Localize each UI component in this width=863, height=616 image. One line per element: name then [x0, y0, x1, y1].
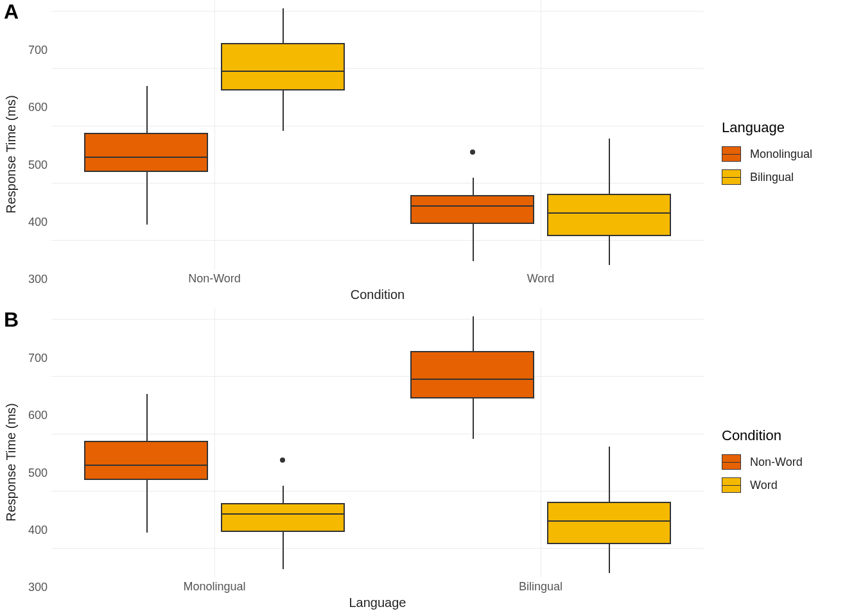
y-tick-label: 500: [28, 466, 48, 479]
plot-area-b: [51, 308, 704, 578]
x-tick-label: Word: [527, 272, 555, 286]
whisker: [473, 398, 474, 439]
gridline-h: [51, 434, 704, 434]
gridline-h: [51, 548, 704, 549]
whisker: [283, 532, 284, 569]
x-axis-title: Language: [51, 595, 704, 616]
panel-b: B Response Time (ms) 300400500600700 Mon…: [0, 308, 863, 616]
box: [84, 133, 208, 172]
legend-item: Monolingual: [722, 146, 863, 162]
outlier-point: [280, 458, 285, 463]
box: [410, 351, 534, 398]
whisker: [283, 486, 284, 503]
gridline-h: [51, 240, 704, 241]
whisker: [146, 394, 148, 441]
gridline-h: [51, 491, 704, 492]
y-tick-label: 300: [28, 581, 48, 594]
gridline-h: [51, 183, 704, 184]
box: [547, 502, 671, 544]
legend-label: Monolingual: [750, 148, 812, 161]
median-line: [222, 513, 344, 515]
legend-b: Condition Non-Word Word: [709, 308, 863, 616]
plot-column: Non-WordWord Condition: [51, 0, 709, 308]
whisker: [473, 224, 474, 261]
panel-tag-a: A: [4, 0, 19, 24]
y-axis-title: Response Time (ms): [0, 308, 22, 616]
legend-swatch-icon: [722, 477, 741, 493]
median-line: [548, 520, 670, 522]
gridline-h: [51, 11, 704, 12]
legend-a: Language Monolingual Bilingual: [709, 0, 863, 308]
whisker: [146, 86, 148, 133]
whisker: [283, 8, 284, 44]
legend-label: Word: [750, 479, 778, 492]
whisker: [146, 172, 148, 225]
y-axis-ticks: 300400500600700: [22, 0, 51, 308]
whisker: [609, 139, 610, 194]
gridline-h: [51, 319, 704, 320]
legend-swatch-icon: [722, 169, 741, 185]
gridline-v: [541, 0, 541, 270]
legend-label: Non-Word: [750, 456, 803, 469]
median-line: [412, 379, 533, 380]
panel-tag-b: B: [4, 308, 19, 332]
median-line: [412, 205, 533, 207]
legend-item: Bilingual: [722, 169, 863, 185]
whisker: [473, 178, 474, 195]
y-tick-label: 600: [28, 101, 48, 114]
figure: A Response Time (ms) 300400500600700 Non…: [0, 0, 863, 616]
x-tick-label: Bilingual: [519, 580, 562, 594]
gridline-h: [51, 68, 704, 69]
y-axis-label: Response Time (ms): [4, 403, 19, 522]
y-axis-ticks: 300400500600700: [22, 308, 51, 616]
legend-title: Condition: [722, 427, 863, 444]
whisker: [609, 236, 610, 265]
median-line: [85, 157, 207, 158]
whisker: [609, 447, 610, 502]
legend-swatch-icon: [722, 146, 741, 162]
x-axis-ticks: MonolingualBilingual: [51, 578, 704, 595]
box: [221, 503, 345, 532]
whisker: [473, 316, 474, 352]
y-axis-title: Response Time (ms): [0, 0, 22, 308]
y-tick-label: 400: [28, 523, 48, 536]
gridline-v: [541, 308, 541, 578]
median-line: [548, 212, 670, 214]
gridline-v: [214, 308, 215, 578]
x-tick-label: Monolingual: [183, 580, 245, 594]
median-line: [222, 71, 344, 72]
y-tick-label: 300: [28, 273, 48, 286]
box: [221, 43, 345, 90]
box: [547, 194, 671, 236]
y-axis-label: Response Time (ms): [4, 95, 19, 214]
y-tick-label: 600: [28, 409, 48, 422]
y-tick-label: 700: [28, 351, 48, 364]
box: [84, 441, 208, 480]
legend-item: Non-Word: [722, 454, 863, 470]
x-axis-ticks: Non-WordWord: [51, 270, 704, 287]
whisker: [146, 480, 148, 533]
x-axis-title: Condition: [51, 287, 704, 308]
median-line: [85, 465, 207, 466]
panel-a: A Response Time (ms) 300400500600700 Non…: [0, 0, 863, 308]
gridline-h: [51, 376, 704, 377]
legend-label: Bilingual: [750, 171, 794, 184]
outlier-point: [470, 150, 475, 155]
y-tick-label: 400: [28, 215, 48, 228]
gridline-v: [214, 0, 215, 270]
y-tick-label: 500: [28, 158, 48, 171]
plot-column: MonolingualBilingual Language: [51, 308, 709, 616]
gridline-h: [51, 126, 704, 126]
whisker: [609, 544, 610, 573]
legend-title: Language: [722, 119, 863, 136]
x-tick-label: Non-Word: [188, 272, 241, 286]
plot-area-a: [51, 0, 704, 270]
y-tick-label: 700: [28, 43, 48, 56]
legend-item: Word: [722, 477, 863, 493]
legend-swatch-icon: [722, 454, 741, 470]
box: [410, 195, 534, 224]
whisker: [283, 90, 284, 131]
